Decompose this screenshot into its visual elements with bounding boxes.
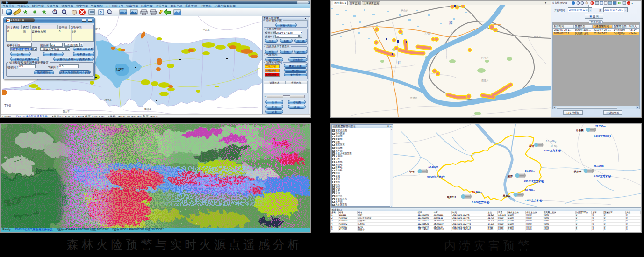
svg-text:0.000立方米/秒: 0.000立方米/秒 (544, 149, 561, 152)
svg-text:2: 2 (100, 10, 102, 15)
svg-text:0.006立方米/秒: 0.006立方米/秒 (472, 201, 490, 204)
svg-text:坪塘镇: 坪塘镇 (410, 96, 417, 99)
svg-text:21.549m: 21.549m (525, 170, 535, 172)
svg-text:宁乡县: 宁乡县 (4, 104, 11, 107)
svg-text:枫山乡: 枫山乡 (401, 9, 408, 12)
svg-text:江: 江 (397, 61, 401, 65)
svg-text:宁乡: 宁乡 (409, 171, 415, 174)
svg-text:平江县: 平江县 (203, 28, 210, 31)
svg-text:0.000立方米/秒: 0.000立方米/秒 (594, 175, 611, 178)
svg-text:0.000立方米/秒: 0.000立方米/秒 (525, 199, 543, 202)
svg-text:19.460m: 19.460m (472, 191, 482, 193)
svg-text:韶山市: 韶山市 (63, 110, 70, 113)
svg-text:白马乡: 白马乡 (481, 56, 488, 59)
svg-text:湘潭: 湘潭 (507, 175, 513, 178)
svg-text:12.380m: 12.380m (428, 165, 438, 168)
svg-text:云母乡: 云母乡 (424, 32, 431, 35)
svg-text:湘: 湘 (449, 21, 452, 25)
svg-text:霞凝乡: 霞凝乡 (481, 79, 488, 82)
svg-text:0.000立方米/秒: 0.000立方米/秒 (427, 175, 445, 178)
svg-text:41.7%: 41.7% (551, 145, 558, 148)
svg-text:株洲县: 株洲县 (144, 107, 151, 111)
svg-text:桥驿乡: 桥驿乡 (533, 36, 541, 39)
svg-text:草尾口: 草尾口 (502, 194, 511, 198)
svg-text:鸟潭311: 鸟潭311 (446, 196, 456, 199)
svg-text:26.126m: 26.126m (594, 164, 604, 167)
svg-text:长沙市: 长沙市 (115, 67, 124, 71)
svg-text:计暑票: 计暑票 (576, 129, 584, 132)
svg-text:16.348m: 16.348m (525, 189, 535, 192)
svg-text:抽水中: 抽水中 (573, 170, 582, 173)
svg-text:株洲: 株洲 (529, 144, 535, 148)
svg-text:436.312立方米/秒: 436.312立方米/秒 (524, 180, 544, 183)
svg-text:0.1m00g: 0.1m00g (546, 140, 556, 143)
svg-text:0.000立方米/秒: 0.000立方米/秒 (594, 135, 611, 138)
svg-text:x: x (631, 2, 633, 5)
svg-text:湘潭县: 湘潭县 (105, 98, 112, 101)
svg-text:27.798m: 27.798m (595, 125, 606, 128)
